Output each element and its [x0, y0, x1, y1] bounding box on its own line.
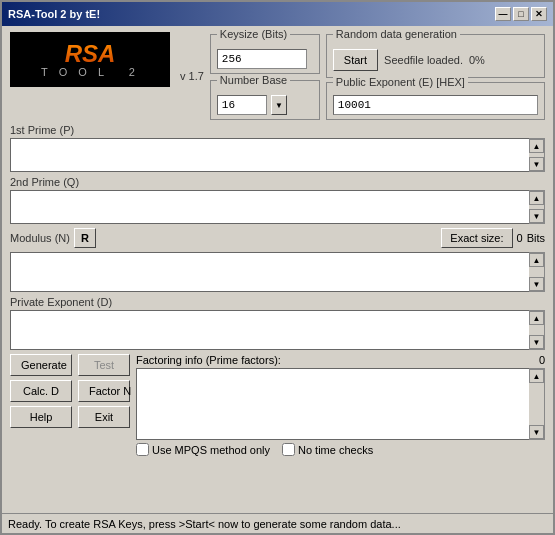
- start-button[interactable]: Start: [333, 49, 378, 71]
- keysize-input[interactable]: [217, 49, 307, 69]
- version-label: v 1.7: [180, 70, 204, 82]
- button-row-3: Help Exit: [10, 406, 130, 428]
- modulus-header: Modulus (N) R Exact size: 0 Bits: [10, 228, 545, 248]
- modulus-r-button[interactable]: R: [74, 228, 96, 248]
- modulus-field: ▲ ▼: [10, 252, 545, 292]
- scroll-up-arrow[interactable]: ▲: [529, 191, 544, 205]
- scroll-up-arrow[interactable]: ▲: [529, 369, 544, 383]
- generate-button[interactable]: Generate: [10, 354, 72, 376]
- left-button-group: Generate Test Calc. D Factor N Help Exit: [10, 354, 130, 428]
- prime-q-scrollbar[interactable]: ▲ ▼: [529, 190, 545, 224]
- prime-q-input[interactable]: [10, 190, 529, 224]
- factoring-header: Factoring info (Prime factors): 0: [136, 354, 545, 366]
- scroll-down-arrow[interactable]: ▼: [529, 209, 544, 223]
- scroll-up-arrow[interactable]: ▲: [529, 139, 544, 153]
- private-exp-scrollbar[interactable]: ▲ ▼: [529, 310, 545, 350]
- calc-d-button[interactable]: Calc. D: [10, 380, 72, 402]
- prime-p-section: 1st Prime (P) ▲ ▼: [10, 124, 545, 172]
- modulus-input[interactable]: [10, 252, 529, 292]
- window-controls: — □ ✕: [495, 7, 547, 21]
- logo: RSA T O O L 2: [10, 32, 170, 87]
- private-exp-section: Private Exponent (D) ▲ ▼: [10, 296, 545, 350]
- maximize-button[interactable]: □: [513, 7, 529, 21]
- bottom-section: Generate Test Calc. D Factor N Help Exit…: [10, 354, 545, 456]
- modulus-right: Exact size: 0 Bits: [441, 228, 545, 248]
- factoring-count: 0: [539, 354, 545, 366]
- prime-p-field: ▲ ▼: [10, 138, 545, 172]
- minimize-button[interactable]: —: [495, 7, 511, 21]
- seed-status: Seedfile loaded.: [384, 54, 463, 66]
- scroll-down-arrow[interactable]: ▼: [529, 277, 544, 291]
- factoring-scrollbar[interactable]: ▲ ▼: [529, 368, 545, 440]
- prime-q-field: ▲ ▼: [10, 190, 545, 224]
- scroll-up-arrow[interactable]: ▲: [529, 311, 544, 325]
- prime-p-scrollbar[interactable]: ▲ ▼: [529, 138, 545, 172]
- no-time-checkbox[interactable]: [282, 443, 295, 456]
- checkbox-row: Use MPQS method only No time checks: [136, 443, 545, 456]
- button-row-2: Calc. D Factor N: [10, 380, 130, 402]
- logo-tool-text: T O O L 2: [41, 66, 139, 78]
- button-row-1: Generate Test: [10, 354, 130, 376]
- modulus-section: Modulus (N) R Exact size: 0 Bits ▲ ▼: [10, 228, 545, 292]
- modulus-label: Modulus (N): [10, 232, 70, 244]
- factoring-field: ▲ ▼: [136, 368, 545, 440]
- mpqs-label: Use MPQS method only: [152, 444, 270, 456]
- title-bar: RSA-Tool 2 by tE! — □ ✕: [2, 2, 553, 26]
- scroll-down-arrow[interactable]: ▼: [529, 335, 544, 349]
- logo-rsa-text: RSA: [65, 42, 116, 66]
- numberbase-input[interactable]: [217, 95, 267, 115]
- scroll-down-arrow[interactable]: ▼: [529, 425, 544, 439]
- private-exp-field: ▲ ▼: [10, 310, 545, 350]
- mpqs-checkbox[interactable]: [136, 443, 149, 456]
- prime-q-section: 2nd Prime (Q) ▲ ▼: [10, 176, 545, 224]
- modulus-size-value: 0: [517, 232, 523, 244]
- random-gen-label: Random data generation: [333, 28, 460, 40]
- status-message: Ready. To create RSA Keys, press >Start<…: [8, 518, 401, 530]
- window-title: RSA-Tool 2 by tE!: [8, 8, 100, 20]
- scroll-up-arrow[interactable]: ▲: [529, 253, 544, 267]
- public-exp-group: Public Exponent (E) [HEX]: [326, 82, 545, 120]
- numberbase-dropdown-arrow[interactable]: ▼: [271, 95, 287, 115]
- public-exp-input[interactable]: [333, 95, 538, 115]
- random-gen-group: Random data generation Start Seedfile lo…: [326, 34, 545, 78]
- help-button[interactable]: Help: [10, 406, 72, 428]
- no-time-label: No time checks: [298, 444, 373, 456]
- status-bar: Ready. To create RSA Keys, press >Start<…: [2, 513, 553, 533]
- numberbase-label: Number Base: [217, 74, 290, 86]
- no-time-checkbox-label[interactable]: No time checks: [282, 443, 373, 456]
- window-content: RSA T O O L 2 v 1.7 Keysize (Bits) Numbe…: [2, 26, 553, 513]
- prime-p-label: 1st Prime (P): [10, 124, 545, 136]
- factoring-section: Factoring info (Prime factors): 0 ▲ ▼: [136, 354, 545, 456]
- modulus-left: Modulus (N) R: [10, 228, 96, 248]
- exact-size-button[interactable]: Exact size:: [441, 228, 512, 248]
- test-button[interactable]: Test: [78, 354, 130, 376]
- public-exp-label: Public Exponent (E) [HEX]: [333, 76, 468, 88]
- numberbase-group: Number Base ▼: [210, 80, 320, 120]
- exit-button[interactable]: Exit: [78, 406, 130, 428]
- private-exp-input[interactable]: [10, 310, 529, 350]
- main-window: RSA-Tool 2 by tE! — □ ✕ RSA T O O L 2 v …: [0, 0, 555, 535]
- factor-n-button[interactable]: Factor N: [78, 380, 130, 402]
- prime-p-input[interactable]: [10, 138, 529, 172]
- mpqs-checkbox-label[interactable]: Use MPQS method only: [136, 443, 270, 456]
- percent-display: 0%: [469, 54, 485, 66]
- close-button[interactable]: ✕: [531, 7, 547, 21]
- modulus-bits-label: Bits: [527, 232, 545, 244]
- scroll-down-arrow[interactable]: ▼: [529, 157, 544, 171]
- private-exp-label: Private Exponent (D): [10, 296, 545, 308]
- factoring-input[interactable]: [136, 368, 529, 440]
- keysize-label: Keysize (Bits): [217, 28, 290, 40]
- factoring-label: Factoring info (Prime factors):: [136, 354, 281, 366]
- keysize-group: Keysize (Bits): [210, 34, 320, 74]
- modulus-scrollbar[interactable]: ▲ ▼: [529, 252, 545, 292]
- prime-q-label: 2nd Prime (Q): [10, 176, 545, 188]
